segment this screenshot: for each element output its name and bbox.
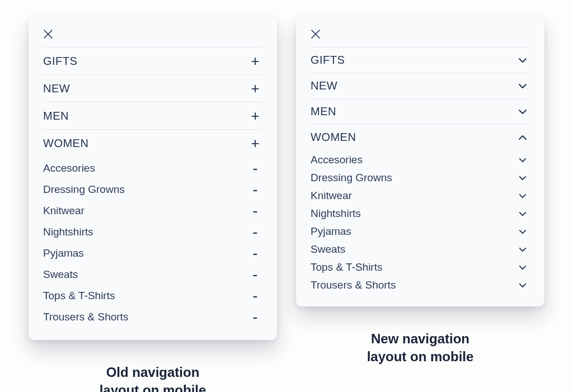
chevron-down-icon — [516, 211, 529, 216]
nav-item-new[interactable]: NEW — [311, 73, 530, 98]
sub-item-label: Knitwear — [311, 190, 352, 202]
sub-item-label: Pyjamas — [43, 247, 84, 259]
close-button[interactable] — [311, 27, 530, 47]
close-icon — [311, 29, 530, 39]
sub-item-accesories[interactable]: Accesories - — [43, 158, 262, 179]
old-nav-column: GIFTS + NEW + MEN + WOMEN + Accesories - — [29, 17, 277, 392]
nav-item-label: GIFTS — [311, 54, 345, 67]
sub-item-sweats[interactable]: Sweats — [311, 240, 530, 258]
sub-item-knitwear[interactable]: Knitwear — [311, 187, 530, 205]
nav-item-label: GIFTS — [43, 55, 77, 68]
sub-item-label: Nightshirts — [43, 226, 93, 238]
sub-item-label: Tops & T-Shirts — [43, 290, 115, 302]
sub-item-pyjamas[interactable]: Pyjamas - — [43, 243, 262, 264]
nav-item-gifts[interactable]: GIFTS + — [43, 47, 262, 74]
chevron-down-icon — [516, 158, 529, 163]
caption-line: New navigation — [367, 330, 474, 348]
sub-item-label: Pyjamas — [311, 225, 351, 238]
plus-icon: + — [249, 81, 261, 96]
chevron-down-icon — [516, 229, 529, 234]
minus-icon: - — [249, 203, 261, 219]
new-nav-panel: GIFTS NEW MEN WOMEN — [296, 17, 544, 306]
chevron-down-icon — [516, 265, 529, 270]
nav-item-label: MEN — [311, 105, 336, 118]
sub-item-label: Trousers & Shorts — [43, 311, 128, 323]
close-button[interactable] — [43, 27, 262, 47]
nav-item-gifts[interactable]: GIFTS — [311, 47, 530, 73]
plus-icon: + — [249, 108, 261, 123]
subcategory-list: Accesories Dressing Growns Knitwear Nigh… — [311, 150, 530, 294]
minus-icon: - — [249, 224, 261, 240]
sub-item-accesories[interactable]: Accesories — [311, 151, 530, 169]
new-caption: New navigation layout on mobile — [367, 330, 474, 366]
nav-item-label: MEN — [43, 110, 69, 122]
chevron-down-icon — [516, 176, 529, 181]
old-caption: Old navigation layout on mobile — [100, 363, 206, 392]
sub-item-label: Sweats — [311, 243, 345, 256]
nav-item-label: NEW — [43, 82, 70, 95]
minus-icon: - — [249, 160, 261, 176]
new-nav-column: GIFTS NEW MEN WOMEN — [296, 17, 544, 366]
sub-item-nightshirts[interactable]: Nightshirts - — [43, 221, 262, 243]
sub-item-dressing-growns[interactable]: Dressing Growns — [311, 169, 530, 187]
nav-item-label: WOMEN — [311, 131, 356, 144]
nav-item-label: NEW — [311, 79, 337, 92]
caption-line: Old navigation — [100, 363, 206, 381]
nav-item-new[interactable]: NEW + — [43, 74, 262, 102]
sub-item-knitwear[interactable]: Knitwear - — [43, 200, 262, 221]
sub-item-tops-tshirts[interactable]: Tops & T-Shirts — [311, 258, 530, 276]
minus-icon: - — [249, 267, 261, 282]
sub-item-trousers-shorts[interactable]: Trousers & Shorts - — [43, 306, 262, 328]
nav-item-label: WOMEN — [43, 137, 88, 150]
chevron-down-icon — [516, 193, 529, 199]
sub-item-pyjamas[interactable]: Pyjamas — [311, 223, 530, 240]
sub-item-label: Tops & T-Shirts — [311, 261, 382, 273]
sub-item-sweats[interactable]: Sweats - — [43, 264, 262, 285]
sub-item-label: Accesories — [43, 162, 95, 174]
nav-item-men[interactable]: MEN — [311, 98, 530, 124]
minus-icon: - — [249, 245, 261, 261]
sub-item-label: Accesories — [311, 154, 363, 166]
sub-item-tops-tshirts[interactable]: Tops & T-Shirts - — [43, 285, 262, 306]
chevron-down-icon — [516, 109, 529, 115]
sub-item-label: Knitwear — [43, 205, 84, 217]
minus-icon: - — [249, 309, 261, 325]
sub-item-trousers-shorts[interactable]: Trousers & Shorts — [311, 276, 530, 294]
sub-item-label: Trousers & Shorts — [311, 279, 396, 291]
nav-item-women[interactable]: WOMEN — [311, 124, 530, 150]
chevron-down-icon — [516, 283, 529, 288]
nav-item-women[interactable]: WOMEN + — [43, 129, 262, 157]
minus-icon: - — [249, 288, 261, 304]
caption-line: layout on mobile — [100, 381, 206, 392]
caption-line: layout on mobile — [367, 348, 474, 366]
chevron-down-icon — [516, 58, 529, 63]
plus-icon: + — [249, 54, 261, 68]
sub-item-label: Dressing Growns — [311, 172, 392, 184]
sub-item-nightshirts[interactable]: Nightshirts — [311, 205, 530, 223]
sub-item-label: Nightshirts — [311, 207, 361, 220]
minus-icon: - — [249, 182, 261, 197]
sub-item-label: Sweats — [43, 268, 78, 281]
sub-item-dressing-growns[interactable]: Dressing Growns - — [43, 179, 262, 200]
chevron-down-icon — [516, 83, 529, 89]
close-icon — [43, 29, 262, 39]
sub-item-label: Dressing Growns — [43, 183, 125, 196]
old-nav-panel: GIFTS + NEW + MEN + WOMEN + Accesories - — [29, 17, 277, 340]
plus-icon: + — [249, 136, 261, 150]
nav-item-men[interactable]: MEN + — [43, 102, 262, 129]
chevron-up-icon — [516, 135, 529, 140]
subcategory-list: Accesories - Dressing Growns - Knitwear … — [43, 157, 262, 328]
chevron-down-icon — [516, 247, 529, 252]
